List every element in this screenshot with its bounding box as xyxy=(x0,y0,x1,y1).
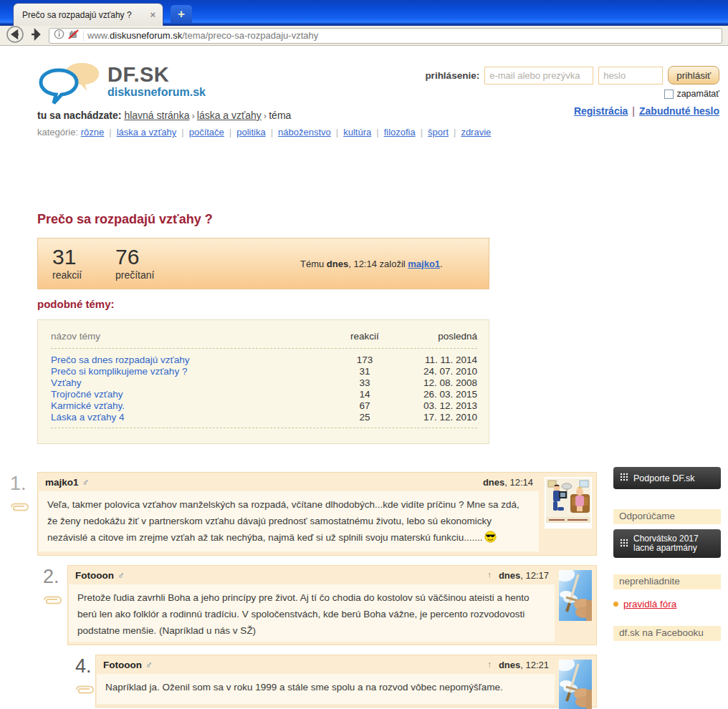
avatar xyxy=(545,477,592,529)
col-name: názov témy xyxy=(51,331,332,342)
paperclip-icon[interactable] xyxy=(9,501,30,516)
bullet-icon xyxy=(613,602,618,607)
browser-window: Prečo sa rozpadajú vzťahy ? × + www.disk… xyxy=(0,0,728,709)
browser-tab[interactable]: Prečo sa rozpadajú vzťahy ? × xyxy=(13,3,163,26)
login-button[interactable]: prihlásiť xyxy=(668,66,719,85)
post-number: 1. xyxy=(10,474,27,493)
post-number: 2. xyxy=(43,567,59,586)
tab-title: Prečo sa rozpadajú vzťahy ? xyxy=(22,10,148,20)
similar-header-row: názov témy reakcií posledná xyxy=(51,329,477,343)
notice-heading: neprehliadnite xyxy=(613,574,721,589)
category-link[interactable]: láska a vzťahy xyxy=(117,127,177,138)
links-separator: | xyxy=(632,105,635,117)
plugin-blocked-icon[interactable] xyxy=(68,29,80,42)
url-separator xyxy=(83,31,84,41)
site-info-icon[interactable] xyxy=(54,29,64,42)
categories-nav: kategórie: rôzne|láska a vzťahy|počítače… xyxy=(37,127,491,138)
reads-label: prečítaní xyxy=(115,269,223,281)
topic-link[interactable]: Trojročné vzťahy xyxy=(51,389,123,400)
post-number: 4. xyxy=(75,657,92,675)
recommend-heading: Odporúčame xyxy=(613,509,721,524)
forgot-password-link[interactable]: Zabudnuté heslo xyxy=(639,105,719,117)
topic-link[interactable]: Láska a vzťahy 4 xyxy=(51,412,125,423)
topic-link[interactable]: Karmické vzťahy. xyxy=(51,400,125,411)
forum-rules-link[interactable]: pravidlá fóra xyxy=(623,599,676,609)
similar-topics-box: názov témy reakcií posledná Prečo sa dne… xyxy=(37,319,489,444)
paperclip-icon[interactable] xyxy=(42,594,63,609)
category-separator: | xyxy=(109,127,111,138)
category-separator: | xyxy=(336,127,338,138)
post-header: Fotooon♂ ↑ dnes, 12:17 xyxy=(68,566,596,584)
logo-subtitle: diskusneforum.sk xyxy=(107,86,206,99)
email-field[interactable] xyxy=(484,67,593,85)
category-link[interactable]: kultúra xyxy=(343,127,371,138)
breadcrumb-section[interactable]: láska a vzťahy xyxy=(197,110,262,121)
password-field[interactable] xyxy=(598,67,663,85)
divider xyxy=(51,428,477,428)
post: Fotooon♂ ↑ dnes, 12:17 Pretože ľudia zav… xyxy=(67,565,597,645)
topic-link[interactable]: Prečo sa dnes rozpadajú vzťahy xyxy=(51,354,189,365)
topic-link[interactable]: Vzťahy xyxy=(51,377,82,388)
male-icon: ♂ xyxy=(145,660,153,670)
reply-to-arrow-icon[interactable]: ↑ xyxy=(487,570,492,580)
new-tab-button[interactable]: + xyxy=(171,5,192,23)
avatar xyxy=(559,570,592,621)
avatar xyxy=(559,660,592,709)
topic-link[interactable]: Prečo si komplikujeme vzťahy ? xyxy=(51,366,187,377)
post-body: Napríklad ja. Oženil som sa v roku 1999 … xyxy=(97,674,555,704)
post-header: majko1♂ dnes, 12:14 xyxy=(38,473,596,491)
post: Fotooon♂ ↑ dnes, 12:21 Napríklad ja. Ože… xyxy=(95,655,597,708)
breadcrumb-separator: › xyxy=(191,110,194,121)
reactions-count: 31 xyxy=(52,246,115,268)
remember-checkbox[interactable] xyxy=(664,90,674,99)
browser-toolbar: www.diskusneforum.sk/tema/preco-sa-rozpa… xyxy=(0,26,728,46)
category-separator: | xyxy=(229,127,231,138)
login-label: prihlásenie: xyxy=(425,70,479,81)
category-separator: | xyxy=(181,127,183,138)
category-link[interactable]: počítače xyxy=(189,127,224,138)
croatia-ad-label: Chorvátsko 2017 lacné apartmány xyxy=(633,534,699,553)
post-time: dnes, 12:17 xyxy=(499,570,549,581)
post-author: Fotooon♂ xyxy=(103,660,153,670)
divider xyxy=(51,348,477,349)
reads-count: 76 xyxy=(115,246,223,268)
category-link[interactable]: politika xyxy=(236,127,265,138)
post-author: majko1♂ xyxy=(45,477,89,488)
breadcrumb-current: téma xyxy=(269,110,291,121)
speech-bubbles-icon xyxy=(37,60,100,107)
breadcrumb-home[interactable]: hlavná stránka xyxy=(124,110,189,121)
breadcrumb-label: tu sa nachádzate: xyxy=(37,110,121,121)
male-icon: ♂ xyxy=(82,477,90,488)
reply-to-arrow-icon[interactable]: ↑ xyxy=(487,660,492,670)
breadcrumb: tu sa nachádzate: hlavná stránka›láska a… xyxy=(37,110,291,121)
category-link[interactable]: zdravie xyxy=(461,127,491,138)
category-link[interactable]: filozofia xyxy=(384,127,416,138)
dots-grid-icon xyxy=(620,539,628,549)
category-link[interactable]: náboženstvo xyxy=(278,127,331,138)
category-link[interactable]: šport xyxy=(428,127,449,138)
tab-close-icon[interactable]: × xyxy=(148,9,157,20)
site-logo[interactable]: DF.SK diskusneforum.sk xyxy=(37,60,206,107)
table-row: Prečo sa dnes rozpadajú vzťahy17311. 11.… xyxy=(51,354,477,365)
table-row: Trojročné vzťahy1426. 03. 2015 xyxy=(51,388,477,400)
paperclip-icon[interactable] xyxy=(74,684,95,698)
category-link[interactable]: rôzne xyxy=(81,127,105,138)
support-df-label: Podporte DF.sk xyxy=(633,473,694,483)
founder-link[interactable]: majko1 xyxy=(408,259,440,269)
similar-topics-heading: podobné témy: xyxy=(37,298,115,310)
post-author: Fotooon♂ xyxy=(75,570,125,581)
cool-smiley-emoji xyxy=(484,534,497,545)
croatia-ad-button[interactable]: Chorvátsko 2017 lacné apartmány xyxy=(613,529,721,558)
reactions-label: reakcií xyxy=(52,269,115,281)
url-bar[interactable]: www.diskusneforum.sk/tema/preco-sa-rozpa… xyxy=(49,28,722,44)
remember-row: zapamätať xyxy=(664,89,719,99)
post-header: Fotooon♂ ↑ dnes, 12:21 xyxy=(96,655,596,674)
topic-founded-line: Tému dnes, 12:14 založil majko1. xyxy=(300,259,443,269)
categories-label: kategórie: xyxy=(37,127,78,138)
forward-icon[interactable] xyxy=(27,26,43,45)
post: majko1♂ dnes, 12:14 Veľa, takmer polovic… xyxy=(37,472,597,556)
support-df-button[interactable]: Podporte DF.sk xyxy=(613,467,721,489)
back-icon[interactable] xyxy=(6,25,24,47)
register-link[interactable]: Registrácia xyxy=(574,105,628,117)
dots-grid-icon xyxy=(620,473,628,483)
